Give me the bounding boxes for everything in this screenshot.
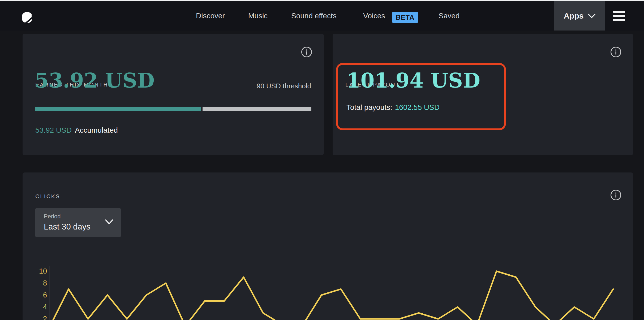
nav-item-label: Voices [363, 12, 385, 20]
epidemic-sound-logo[interactable] [22, 11, 33, 24]
apps-dropdown-button[interactable]: Apps [554, 1, 605, 31]
earnings-progress-bar [35, 107, 311, 111]
progress-track-remainder [203, 107, 311, 111]
y-axis-tick-label: 6 [43, 291, 47, 299]
earned-amount: 53.92 USD [35, 69, 155, 92]
nav-item-label: Music [248, 12, 268, 20]
info-circle-icon[interactable] [301, 46, 312, 58]
clicks-card: CLICKS Period Last 30 days 108642 [23, 172, 633, 320]
y-axis-tick-label: 4 [43, 303, 47, 311]
y-axis-tick-label: 8 [43, 279, 47, 287]
earned-this-month-card: EARNED THIS MONTH 53.92 USD 90 USD thres… [23, 34, 324, 155]
nav-item-voices[interactable]: Voices [363, 1, 385, 31]
dashboard-page: Discover Music Sound effects Voices BETA… [0, 0, 644, 320]
clicks-line-chart: 108642 [23, 172, 633, 320]
total-payouts-line: Total payouts:1602.55 USD [346, 103, 440, 112]
y-axis-tick-label: 10 [39, 267, 47, 275]
nav-item-saved[interactable]: Saved [439, 1, 460, 31]
nav-item-music[interactable]: Music [248, 1, 268, 31]
latest-payout-card: LATEST PAYOUT 101.94 USD Total payouts:1… [333, 34, 633, 155]
progress-fill [35, 107, 201, 111]
info-circle-icon[interactable] [610, 46, 621, 58]
threshold-label: 90 USD threshold [257, 82, 311, 90]
latest-payout-amount: 101.94 USD [346, 69, 480, 92]
chevron-down-icon [588, 14, 595, 18]
accumulated-label: Accumulated [75, 126, 118, 134]
accumulated-amount: 53.92 USD [35, 126, 72, 134]
total-payouts-amount: 1602.55 USD [395, 103, 440, 111]
hamburger-menu-icon[interactable] [613, 1, 626, 31]
nav-item-sound-effects[interactable]: Sound effects [291, 1, 337, 31]
y-axis-tick-label: 2 [43, 315, 47, 320]
clicks-line-series [49, 271, 613, 320]
apps-label: Apps [564, 11, 584, 20]
accumulated-line: 53.92 USDAccumulated [35, 126, 118, 135]
nav-item-label: Sound effects [291, 12, 337, 20]
nav-item-discover[interactable]: Discover [196, 1, 225, 31]
beta-badge: BETA [392, 12, 418, 23]
total-payouts-label: Total payouts: [346, 103, 392, 111]
navbar: Discover Music Sound effects Voices BETA… [0, 1, 644, 31]
nav-item-label: Discover [196, 12, 225, 20]
nav-item-label: Saved [439, 12, 460, 20]
